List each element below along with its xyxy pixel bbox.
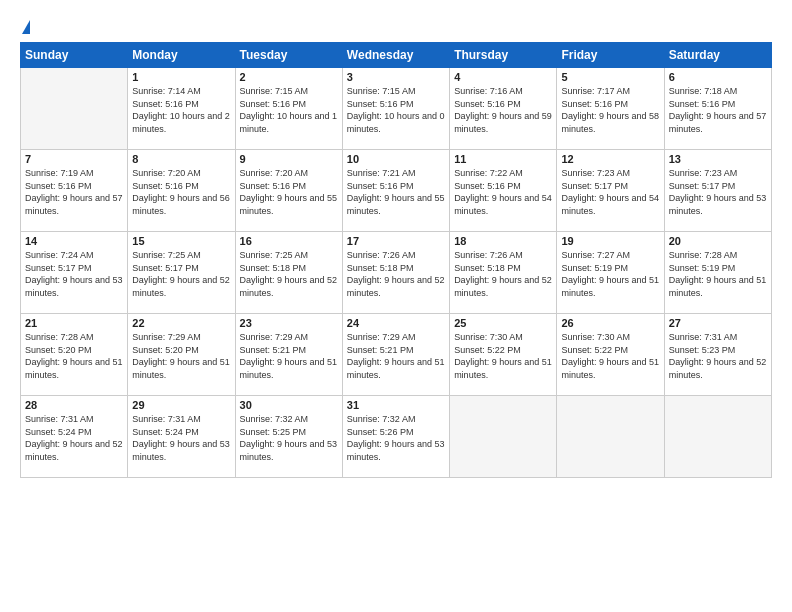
day-number: 22 [132, 317, 230, 329]
calendar-week-row: 1Sunrise: 7:14 AMSunset: 5:16 PMDaylight… [21, 68, 772, 150]
cell-content: Sunrise: 7:31 AMSunset: 5:24 PMDaylight:… [25, 413, 123, 463]
day-number: 13 [669, 153, 767, 165]
cell-content: Sunrise: 7:28 AMSunset: 5:19 PMDaylight:… [669, 249, 767, 299]
calendar-cell: 21Sunrise: 7:28 AMSunset: 5:20 PMDayligh… [21, 314, 128, 396]
calendar: SundayMondayTuesdayWednesdayThursdayFrid… [20, 42, 772, 478]
cell-content: Sunrise: 7:29 AMSunset: 5:20 PMDaylight:… [132, 331, 230, 381]
calendar-cell: 24Sunrise: 7:29 AMSunset: 5:21 PMDayligh… [342, 314, 449, 396]
calendar-header-tuesday: Tuesday [235, 43, 342, 68]
calendar-cell: 4Sunrise: 7:16 AMSunset: 5:16 PMDaylight… [450, 68, 557, 150]
day-number: 5 [561, 71, 659, 83]
calendar-header-wednesday: Wednesday [342, 43, 449, 68]
logo-triangle-icon [22, 20, 30, 34]
calendar-cell: 6Sunrise: 7:18 AMSunset: 5:16 PMDaylight… [664, 68, 771, 150]
calendar-header-friday: Friday [557, 43, 664, 68]
day-number: 23 [240, 317, 338, 329]
cell-content: Sunrise: 7:18 AMSunset: 5:16 PMDaylight:… [669, 85, 767, 135]
cell-content: Sunrise: 7:25 AMSunset: 5:18 PMDaylight:… [240, 249, 338, 299]
calendar-cell: 2Sunrise: 7:15 AMSunset: 5:16 PMDaylight… [235, 68, 342, 150]
calendar-cell: 1Sunrise: 7:14 AMSunset: 5:16 PMDaylight… [128, 68, 235, 150]
cell-content: Sunrise: 7:20 AMSunset: 5:16 PMDaylight:… [240, 167, 338, 217]
day-number: 7 [25, 153, 123, 165]
cell-content: Sunrise: 7:14 AMSunset: 5:16 PMDaylight:… [132, 85, 230, 135]
cell-content: Sunrise: 7:20 AMSunset: 5:16 PMDaylight:… [132, 167, 230, 217]
day-number: 28 [25, 399, 123, 411]
calendar-cell: 15Sunrise: 7:25 AMSunset: 5:17 PMDayligh… [128, 232, 235, 314]
cell-content: Sunrise: 7:29 AMSunset: 5:21 PMDaylight:… [240, 331, 338, 381]
cell-content: Sunrise: 7:32 AMSunset: 5:26 PMDaylight:… [347, 413, 445, 463]
cell-content: Sunrise: 7:22 AMSunset: 5:16 PMDaylight:… [454, 167, 552, 217]
cell-content: Sunrise: 7:30 AMSunset: 5:22 PMDaylight:… [561, 331, 659, 381]
day-number: 11 [454, 153, 552, 165]
calendar-cell: 28Sunrise: 7:31 AMSunset: 5:24 PMDayligh… [21, 396, 128, 478]
calendar-cell: 14Sunrise: 7:24 AMSunset: 5:17 PMDayligh… [21, 232, 128, 314]
calendar-header-thursday: Thursday [450, 43, 557, 68]
calendar-cell [21, 68, 128, 150]
cell-content: Sunrise: 7:28 AMSunset: 5:20 PMDaylight:… [25, 331, 123, 381]
calendar-week-row: 21Sunrise: 7:28 AMSunset: 5:20 PMDayligh… [21, 314, 772, 396]
day-number: 14 [25, 235, 123, 247]
day-number: 20 [669, 235, 767, 247]
calendar-week-row: 7Sunrise: 7:19 AMSunset: 5:16 PMDaylight… [21, 150, 772, 232]
calendar-cell: 20Sunrise: 7:28 AMSunset: 5:19 PMDayligh… [664, 232, 771, 314]
day-number: 16 [240, 235, 338, 247]
day-number: 21 [25, 317, 123, 329]
calendar-cell: 9Sunrise: 7:20 AMSunset: 5:16 PMDaylight… [235, 150, 342, 232]
calendar-cell: 26Sunrise: 7:30 AMSunset: 5:22 PMDayligh… [557, 314, 664, 396]
calendar-cell: 31Sunrise: 7:32 AMSunset: 5:26 PMDayligh… [342, 396, 449, 478]
cell-content: Sunrise: 7:31 AMSunset: 5:24 PMDaylight:… [132, 413, 230, 463]
cell-content: Sunrise: 7:25 AMSunset: 5:17 PMDaylight:… [132, 249, 230, 299]
calendar-cell [450, 396, 557, 478]
calendar-cell: 25Sunrise: 7:30 AMSunset: 5:22 PMDayligh… [450, 314, 557, 396]
day-number: 25 [454, 317, 552, 329]
day-number: 4 [454, 71, 552, 83]
calendar-header-saturday: Saturday [664, 43, 771, 68]
calendar-header-monday: Monday [128, 43, 235, 68]
day-number: 15 [132, 235, 230, 247]
calendar-cell: 30Sunrise: 7:32 AMSunset: 5:25 PMDayligh… [235, 396, 342, 478]
calendar-cell: 7Sunrise: 7:19 AMSunset: 5:16 PMDaylight… [21, 150, 128, 232]
cell-content: Sunrise: 7:21 AMSunset: 5:16 PMDaylight:… [347, 167, 445, 217]
calendar-cell: 12Sunrise: 7:23 AMSunset: 5:17 PMDayligh… [557, 150, 664, 232]
cell-content: Sunrise: 7:23 AMSunset: 5:17 PMDaylight:… [669, 167, 767, 217]
calendar-week-row: 28Sunrise: 7:31 AMSunset: 5:24 PMDayligh… [21, 396, 772, 478]
day-number: 6 [669, 71, 767, 83]
cell-content: Sunrise: 7:23 AMSunset: 5:17 PMDaylight:… [561, 167, 659, 217]
day-number: 30 [240, 399, 338, 411]
day-number: 10 [347, 153, 445, 165]
calendar-cell: 23Sunrise: 7:29 AMSunset: 5:21 PMDayligh… [235, 314, 342, 396]
day-number: 29 [132, 399, 230, 411]
header [20, 16, 772, 34]
cell-content: Sunrise: 7:27 AMSunset: 5:19 PMDaylight:… [561, 249, 659, 299]
calendar-cell: 8Sunrise: 7:20 AMSunset: 5:16 PMDaylight… [128, 150, 235, 232]
day-number: 8 [132, 153, 230, 165]
cell-content: Sunrise: 7:30 AMSunset: 5:22 PMDaylight:… [454, 331, 552, 381]
cell-content: Sunrise: 7:19 AMSunset: 5:16 PMDaylight:… [25, 167, 123, 217]
day-number: 31 [347, 399, 445, 411]
cell-content: Sunrise: 7:15 AMSunset: 5:16 PMDaylight:… [347, 85, 445, 135]
day-number: 12 [561, 153, 659, 165]
calendar-week-row: 14Sunrise: 7:24 AMSunset: 5:17 PMDayligh… [21, 232, 772, 314]
day-number: 17 [347, 235, 445, 247]
calendar-cell: 18Sunrise: 7:26 AMSunset: 5:18 PMDayligh… [450, 232, 557, 314]
calendar-cell: 11Sunrise: 7:22 AMSunset: 5:16 PMDayligh… [450, 150, 557, 232]
calendar-cell: 29Sunrise: 7:31 AMSunset: 5:24 PMDayligh… [128, 396, 235, 478]
cell-content: Sunrise: 7:31 AMSunset: 5:23 PMDaylight:… [669, 331, 767, 381]
cell-content: Sunrise: 7:32 AMSunset: 5:25 PMDaylight:… [240, 413, 338, 463]
calendar-cell: 3Sunrise: 7:15 AMSunset: 5:16 PMDaylight… [342, 68, 449, 150]
day-number: 2 [240, 71, 338, 83]
cell-content: Sunrise: 7:15 AMSunset: 5:16 PMDaylight:… [240, 85, 338, 135]
day-number: 26 [561, 317, 659, 329]
day-number: 9 [240, 153, 338, 165]
calendar-cell: 17Sunrise: 7:26 AMSunset: 5:18 PMDayligh… [342, 232, 449, 314]
calendar-cell: 16Sunrise: 7:25 AMSunset: 5:18 PMDayligh… [235, 232, 342, 314]
day-number: 24 [347, 317, 445, 329]
cell-content: Sunrise: 7:26 AMSunset: 5:18 PMDaylight:… [454, 249, 552, 299]
day-number: 1 [132, 71, 230, 83]
calendar-cell: 13Sunrise: 7:23 AMSunset: 5:17 PMDayligh… [664, 150, 771, 232]
calendar-cell: 22Sunrise: 7:29 AMSunset: 5:20 PMDayligh… [128, 314, 235, 396]
cell-content: Sunrise: 7:17 AMSunset: 5:16 PMDaylight:… [561, 85, 659, 135]
calendar-cell [664, 396, 771, 478]
calendar-cell: 10Sunrise: 7:21 AMSunset: 5:16 PMDayligh… [342, 150, 449, 232]
day-number: 27 [669, 317, 767, 329]
